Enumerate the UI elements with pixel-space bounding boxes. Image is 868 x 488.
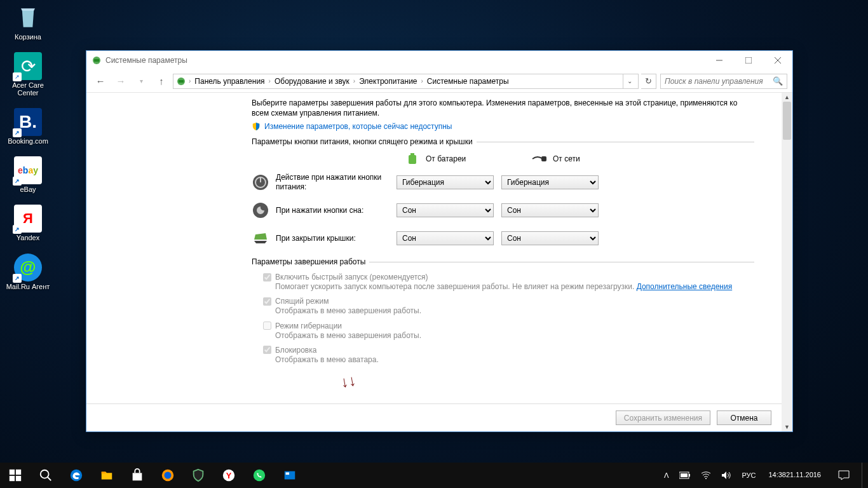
tray-clock[interactable]: 14:3821.11.2016 — [763, 463, 826, 488]
svg-point-25 — [165, 472, 172, 479]
svg-rect-33 — [681, 473, 688, 477]
breadcrumb[interactable]: Оборудование и звук — [273, 77, 351, 86]
nav-up-button[interactable]: ↑ — [153, 72, 170, 90]
save-changes-button[interactable]: Сохранить изменения — [616, 410, 710, 425]
desktop-icon-recycle-bin[interactable]: Корзина — [5, 4, 51, 41]
desktop-icon-yandex[interactable]: Я↗ Yandex — [5, 205, 51, 241]
svg-point-28 — [254, 470, 265, 481]
lid-close-battery-select[interactable]: Сон — [397, 231, 494, 245]
uac-shield-icon — [252, 122, 261, 131]
svg-rect-15 — [10, 470, 15, 475]
search-box[interactable]: 🔍 — [660, 74, 787, 89]
fast-startup-desc: Помогает ускорить запуск компьютера посл… — [275, 281, 754, 292]
breadcrumb[interactable]: Электропитание — [358, 77, 418, 86]
fast-startup-checkbox[interactable] — [263, 273, 271, 281]
svg-rect-9 — [410, 153, 414, 156]
desktop-icon-label: Acer Care Center — [5, 81, 51, 97]
fast-startup-label: Включить быстрый запуск (рекомендуется) — [275, 273, 428, 281]
lock-desc: Отображать в меню аватара. — [275, 355, 754, 365]
power-options-icon — [92, 55, 102, 65]
taskbar-edge[interactable] — [61, 463, 92, 488]
scroll-down-button[interactable]: ▼ — [782, 423, 792, 431]
section-title: Параметры завершения работы — [252, 257, 365, 266]
row-label-power-button: Действие при нажатии кнопки питания: — [276, 173, 397, 191]
power-button-ac-select[interactable]: Гибернация — [501, 175, 599, 189]
start-button[interactable] — [0, 463, 31, 488]
tray-wifi-icon[interactable] — [698, 463, 714, 488]
maximize-button[interactable] — [734, 51, 763, 70]
breadcrumb[interactable]: Панель управления — [193, 77, 266, 86]
shortcut-arrow-icon: ↗ — [13, 177, 22, 186]
desktop-icon-acer-care[interactable]: ⟳↗ Acer Care Center — [5, 52, 51, 97]
tray-notifications-button[interactable] — [831, 463, 857, 488]
taskbar-adguard[interactable] — [183, 463, 214, 488]
cancel-button[interactable]: Отмена — [717, 410, 771, 425]
svg-rect-7 — [179, 80, 184, 83]
tray-battery-icon[interactable] — [677, 463, 693, 488]
content-area: Выберите параметры завершения работы для… — [86, 93, 792, 431]
desktop-icon-label: eBay — [20, 186, 36, 193]
window-title: Системные параметры — [105, 56, 705, 65]
refresh-button[interactable]: ↻ — [641, 74, 656, 89]
taskbar-firefox[interactable] — [153, 463, 183, 488]
sleep-desc: Отображать в меню завершения работы. — [275, 306, 754, 316]
taskbar-whatsapp[interactable] — [244, 463, 275, 488]
minimize-button[interactable] — [705, 51, 734, 70]
nav-forward-button[interactable]: → — [112, 72, 130, 90]
search-button[interactable] — [31, 463, 61, 488]
address-dropdown-button[interactable]: ⌄ — [623, 74, 635, 88]
taskbar-yandex-browser[interactable]: Y — [214, 463, 244, 488]
divider — [477, 142, 754, 142]
tray-language[interactable]: РУС — [739, 463, 758, 488]
hibernate-label: Режим гибернации — [275, 322, 342, 330]
svg-rect-10 — [541, 156, 546, 161]
hibernate-checkbox[interactable] — [263, 322, 271, 330]
breadcrumb[interactable]: Системные параметры — [426, 77, 510, 86]
scroll-thumb[interactable] — [783, 102, 791, 140]
change-unavailable-settings-link[interactable]: Изменение параметров, которые сейчас нед… — [264, 122, 452, 131]
svg-line-20 — [48, 477, 51, 481]
chevron-right-icon: › — [353, 78, 355, 85]
scrollbar[interactable]: ▲ ▼ — [782, 93, 792, 431]
svg-rect-23 — [133, 473, 142, 480]
desktop-icon-booking[interactable]: B.↗ Booking.com — [5, 108, 51, 145]
tray-overflow-button[interactable]: ᐱ — [661, 463, 672, 488]
address-bar[interactable]: › Панель управления › Оборудование и зву… — [173, 74, 639, 89]
svg-rect-18 — [16, 476, 21, 481]
hand-drawn-arrow-annotation: ↓↓ — [339, 371, 357, 391]
lock-checkbox[interactable] — [263, 346, 271, 354]
lid-close-ac-select[interactable]: Сон — [501, 231, 599, 245]
sleep-checkbox[interactable] — [263, 297, 271, 306]
svg-rect-16 — [16, 470, 21, 475]
close-button[interactable] — [763, 51, 792, 70]
svg-rect-1 — [94, 59, 99, 62]
sleep-button-icon — [252, 201, 269, 219]
taskbar-file-explorer[interactable] — [92, 463, 122, 488]
tray-time: 14:38 — [768, 471, 786, 479]
power-button-battery-select[interactable]: Гибернация — [397, 175, 494, 189]
nav-back-button[interactable]: ← — [92, 72, 109, 90]
section-title: Параметры кнопки питания, кнопки спящего… — [252, 137, 473, 146]
show-desktop-button[interactable] — [862, 463, 865, 488]
desktop-icon-label: Yandex — [17, 234, 40, 241]
search-icon: 🔍 — [773, 76, 783, 86]
desktop-icon-mailru[interactable]: @↗ Mail.Ru Агент — [5, 254, 51, 290]
search-input[interactable] — [665, 77, 773, 86]
titlebar: Системные параметры — [86, 51, 792, 70]
taskbar-store[interactable] — [122, 463, 153, 488]
desktop-icon-ebay[interactable]: ebay↗ eBay — [5, 156, 51, 193]
learn-more-link[interactable]: Дополнительные сведения — [637, 282, 732, 291]
power-options-icon — [176, 76, 186, 86]
shortcut-arrow-icon: ↗ — [13, 225, 22, 234]
mailru-icon: @↗ — [14, 254, 42, 281]
sleep-button-ac-select[interactable]: Сон — [501, 203, 599, 217]
scroll-up-button[interactable]: ▲ — [782, 93, 792, 102]
tray-volume-icon[interactable] — [719, 463, 734, 488]
battery-icon — [404, 152, 421, 165]
nav-recent-button[interactable]: ▾ — [132, 72, 150, 90]
taskbar-app[interactable] — [275, 463, 305, 488]
svg-rect-8 — [409, 155, 416, 164]
sleep-button-battery-select[interactable]: Сон — [397, 203, 494, 217]
desktop-icons: Корзина ⟳↗ Acer Care Center B.↗ Booking.… — [5, 4, 51, 290]
shortcut-arrow-icon: ↗ — [13, 72, 22, 81]
